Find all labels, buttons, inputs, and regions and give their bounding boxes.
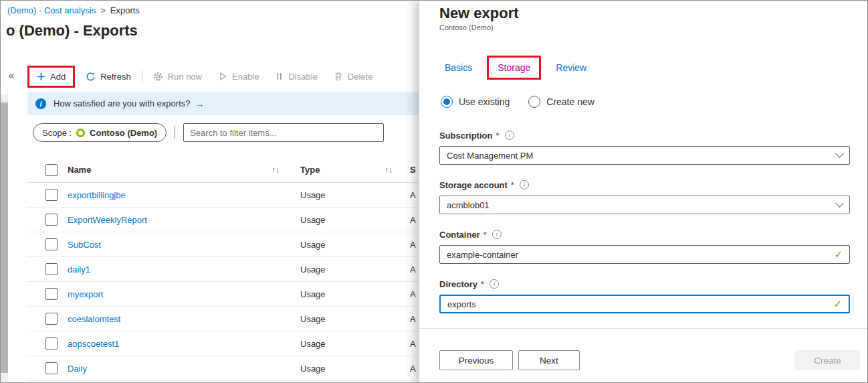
column-header-name[interactable]: Name — [68, 165, 91, 175]
refresh-icon — [86, 72, 96, 82]
sort-icon-name[interactable]: ↑↓ — [272, 165, 280, 175]
radio-unselected-icon — [528, 96, 540, 108]
breadcrumb: (Demo) - Cost analysis > Exports — [7, 5, 140, 15]
export-name-link[interactable]: SubCost — [68, 240, 101, 250]
exports-table: Name ↑↓ Type ↑↓ S exportbillingjbe Usage… — [27, 157, 419, 381]
sort-icon-type[interactable]: ↑↓ — [385, 165, 393, 175]
export-status: A — [410, 339, 416, 349]
subscription-value: Cost Management PM — [447, 151, 533, 161]
disable-button[interactable]: Disable — [272, 68, 320, 85]
info-icon: i — [492, 230, 502, 239]
column-header-status[interactable]: S — [410, 165, 416, 175]
table-header-row: Name ↑↓ Type ↑↓ S — [27, 157, 419, 183]
subscription-label: Subscription — [439, 131, 492, 141]
export-type: Usage — [300, 364, 326, 374]
storage-account-dropdown[interactable]: acmblob01 — [439, 196, 850, 214]
next-button[interactable]: Next — [518, 350, 580, 370]
tab-basics[interactable]: Basics — [439, 62, 477, 73]
storage-account-label: Storage account — [439, 180, 508, 190]
pause-icon — [275, 72, 284, 81]
enable-label: Enable — [232, 72, 259, 82]
add-button[interactable]: Add — [34, 68, 68, 85]
export-type: Usage — [300, 339, 326, 349]
directory-input[interactable] — [447, 299, 833, 309]
storage-form: Subscription * i Cost Management PM Stor… — [439, 129, 850, 327]
container-input[interactable] — [447, 250, 834, 260]
row-checkbox[interactable] — [45, 313, 58, 325]
required-asterisk: * — [511, 180, 514, 190]
export-status: A — [410, 240, 416, 250]
info-filled-icon: i — [35, 98, 46, 109]
tab-storage[interactable]: Storage — [495, 62, 533, 73]
row-checkbox[interactable] — [45, 263, 58, 275]
create-button[interactable]: Create — [795, 350, 860, 370]
table-row: exportbillingjbe Usage A — [27, 183, 419, 208]
export-name-link[interactable]: Daily — [68, 364, 87, 374]
scope-value: Contoso (Demo) — [90, 128, 157, 138]
toolbar: Add Refresh Run now Enable Disable Delet… — [27, 62, 375, 90]
panel-footer: Previous Next Create — [439, 350, 860, 370]
export-name-link[interactable]: ExportWeeklyReport — [68, 215, 147, 225]
table-row: Daily Usage A — [27, 356, 419, 381]
breadcrumb-separator: > — [100, 5, 106, 15]
export-type: Usage — [300, 314, 326, 324]
radio-use-existing[interactable]: Use existing — [441, 96, 510, 108]
table-row: SubCost Usage A — [27, 232, 419, 257]
filter-row: Scope : Contoso (Demo) — [33, 123, 384, 142]
delete-button[interactable]: Delete — [331, 68, 376, 85]
row-checkbox[interactable] — [45, 337, 58, 350]
breadcrumb-current-exports: Exports — [110, 5, 140, 15]
enable-button[interactable]: Enable — [215, 68, 261, 85]
radio-use-existing-label: Use existing — [459, 96, 510, 107]
add-button-label: Add — [50, 72, 66, 82]
export-name-link[interactable]: coeslalomtest — [68, 314, 120, 324]
scope-pill[interactable]: Scope : Contoso (Demo) — [33, 123, 167, 142]
contoso-scope-icon — [76, 129, 85, 137]
export-name-link[interactable]: exportbillingjbe — [68, 190, 126, 200]
collapse-sidebar-button[interactable]: « — [4, 68, 19, 84]
required-asterisk: * — [483, 230, 487, 240]
row-checkbox[interactable] — [45, 238, 58, 250]
storage-account-value: acmblob01 — [447, 200, 490, 210]
field-storage-account: Storage account * i acmblob01 — [439, 179, 850, 214]
radio-selected-icon — [441, 96, 453, 108]
field-directory: Directory * i ✓ — [439, 278, 850, 313]
wizard-tabs: Basics Storage Review — [439, 54, 592, 81]
search-input[interactable] — [183, 123, 384, 142]
refresh-button[interactable]: Refresh — [83, 68, 134, 85]
storage-tab-annotation-box: Storage — [487, 56, 541, 80]
add-button-annotation-box: Add — [27, 66, 75, 88]
valid-check-icon: ✓ — [834, 248, 843, 260]
column-header-type[interactable]: Type — [300, 165, 320, 175]
subscription-dropdown[interactable]: Cost Management PM — [439, 146, 850, 165]
info-icon: i — [505, 131, 514, 140]
select-all-checkbox[interactable] — [45, 164, 58, 176]
chevron-down-icon — [835, 199, 844, 208]
plus-icon — [37, 72, 45, 81]
survey-banner-link[interactable]: How satisfied are you with exports? → — [53, 98, 204, 109]
row-checkbox[interactable] — [45, 189, 58, 201]
info-icon: i — [520, 180, 529, 189]
row-checkbox[interactable] — [45, 288, 58, 300]
export-type: Usage — [300, 240, 326, 250]
play-icon — [218, 72, 227, 81]
radio-create-new[interactable]: Create new — [528, 96, 594, 108]
left-scrollbar-thumb[interactable] — [1, 102, 8, 373]
tab-review[interactable]: Review — [550, 62, 592, 73]
export-name-link[interactable]: myexport — [68, 289, 103, 299]
run-now-button[interactable]: Run now — [150, 68, 205, 85]
survey-banner-text: How satisfied are you with exports? — [53, 98, 190, 108]
toolbar-divider — [142, 70, 142, 82]
delete-label: Delete — [348, 72, 373, 82]
directory-label: Directory — [439, 279, 477, 289]
new-export-panel: New export Contoso (Demo) Basics Storage… — [419, 1, 868, 383]
export-name-link[interactable]: daily1 — [68, 264, 90, 275]
left-scrollbar-track — [1, 94, 8, 383]
info-icon: i — [490, 279, 499, 289]
previous-button[interactable]: Previous — [439, 350, 513, 370]
arrow-right-icon: → — [195, 98, 204, 109]
row-checkbox[interactable] — [45, 214, 58, 226]
breadcrumb-link-cost-analysis[interactable]: (Demo) - Cost analysis — [7, 5, 96, 15]
export-name-link[interactable]: aopscoetest1 — [68, 339, 119, 349]
row-checkbox[interactable] — [45, 362, 58, 374]
